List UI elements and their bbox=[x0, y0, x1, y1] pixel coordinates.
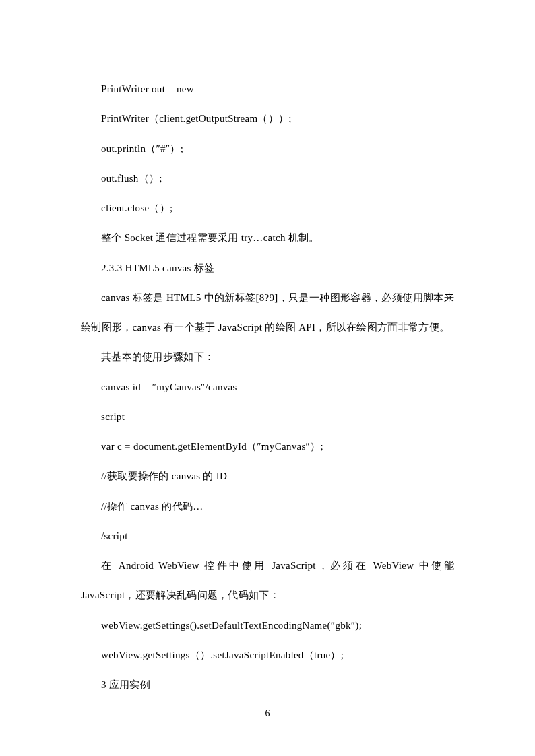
text-line: PrintWriter out = new bbox=[81, 74, 454, 104]
text-line: var c = document.getElementById（″myCanva… bbox=[81, 432, 454, 461]
text-line: canvas id = ″myCanvas″/canvas bbox=[81, 372, 454, 402]
text-line: script bbox=[81, 402, 454, 432]
text-line: webView.getSettings().setDefaultTextEnco… bbox=[81, 611, 454, 640]
text-line: 2.3.3 HTML5 canvas 标签 bbox=[81, 253, 454, 283]
text-line: //获取要操作的 canvas 的 ID bbox=[81, 461, 454, 491]
text-line: out.flush（）; bbox=[81, 164, 454, 193]
text-line: 3 应用实例 bbox=[81, 670, 454, 699]
text-line: webView.getSettings（）.setJavaScriptEnabl… bbox=[81, 640, 454, 670]
text-line: PrintWriter（client.getOutputStream（））; bbox=[81, 104, 454, 133]
document-page: PrintWriter out = newPrintWriter（client.… bbox=[0, 0, 535, 756]
document-body: PrintWriter out = newPrintWriter（client.… bbox=[81, 74, 454, 699]
text-line: //操作 canvas 的代码… bbox=[81, 491, 454, 521]
text-line: 其基本的使用步骤如下： bbox=[81, 342, 454, 372]
text-line: out.println（″#″）; bbox=[81, 134, 454, 164]
text-line: 整个 Socket 通信过程需要采用 try…catch 机制。 bbox=[81, 223, 454, 252]
text-line: /script bbox=[81, 521, 454, 551]
text-line: canvas 标签是 HTML5 中的新标签[8?9]，只是一种图形容器，必须使… bbox=[81, 283, 454, 343]
text-line: client.close（）; bbox=[81, 193, 454, 223]
text-line: 在 Android WebView 控件中使用 JavaScript，必须在 W… bbox=[81, 551, 454, 611]
page-number: 6 bbox=[0, 708, 535, 719]
